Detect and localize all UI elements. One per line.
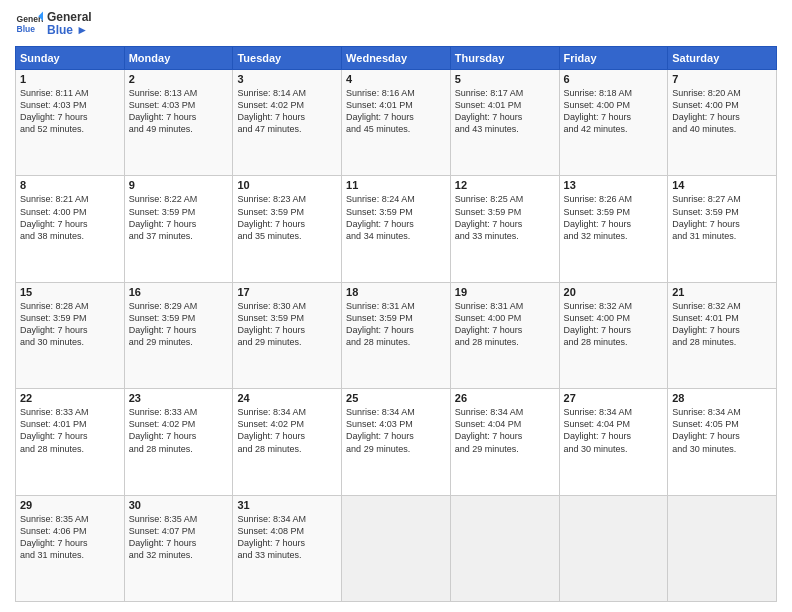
day-number: 31 (237, 499, 337, 511)
day-number: 2 (129, 73, 229, 85)
cell-info: Sunrise: 8:34 AMSunset: 4:05 PMDaylight:… (672, 406, 772, 455)
calendar-cell: 19Sunrise: 8:31 AMSunset: 4:00 PMDayligh… (450, 282, 559, 388)
day-number: 14 (672, 179, 772, 191)
day-number: 7 (672, 73, 772, 85)
day-number: 6 (564, 73, 664, 85)
day-number: 13 (564, 179, 664, 191)
cell-info: Sunrise: 8:34 AMSunset: 4:04 PMDaylight:… (455, 406, 555, 455)
cell-info: Sunrise: 8:32 AMSunset: 4:00 PMDaylight:… (564, 300, 664, 349)
calendar-cell: 29Sunrise: 8:35 AMSunset: 4:06 PMDayligh… (16, 495, 125, 601)
cell-info: Sunrise: 8:33 AMSunset: 4:01 PMDaylight:… (20, 406, 120, 455)
cell-info: Sunrise: 8:27 AMSunset: 3:59 PMDaylight:… (672, 193, 772, 242)
calendar-cell: 22Sunrise: 8:33 AMSunset: 4:01 PMDayligh… (16, 389, 125, 495)
calendar-cell: 23Sunrise: 8:33 AMSunset: 4:02 PMDayligh… (124, 389, 233, 495)
logo-blue: Blue ► (47, 24, 92, 37)
cell-info: Sunrise: 8:33 AMSunset: 4:02 PMDaylight:… (129, 406, 229, 455)
day-number: 20 (564, 286, 664, 298)
weekday-header-sunday: Sunday (16, 47, 125, 70)
calendar-cell: 31Sunrise: 8:34 AMSunset: 4:08 PMDayligh… (233, 495, 342, 601)
cell-info: Sunrise: 8:32 AMSunset: 4:01 PMDaylight:… (672, 300, 772, 349)
cell-info: Sunrise: 8:26 AMSunset: 3:59 PMDaylight:… (564, 193, 664, 242)
calendar-table: SundayMondayTuesdayWednesdayThursdayFrid… (15, 46, 777, 602)
svg-text:Blue: Blue (17, 24, 36, 34)
calendar-week-1: 1Sunrise: 8:11 AMSunset: 4:03 PMDaylight… (16, 70, 777, 176)
calendar-week-3: 15Sunrise: 8:28 AMSunset: 3:59 PMDayligh… (16, 282, 777, 388)
day-number: 11 (346, 179, 446, 191)
weekday-row: SundayMondayTuesdayWednesdayThursdayFrid… (16, 47, 777, 70)
cell-info: Sunrise: 8:16 AMSunset: 4:01 PMDaylight:… (346, 87, 446, 136)
calendar-cell: 11Sunrise: 8:24 AMSunset: 3:59 PMDayligh… (342, 176, 451, 282)
header: General Blue General Blue ► (15, 10, 777, 38)
calendar-cell: 24Sunrise: 8:34 AMSunset: 4:02 PMDayligh… (233, 389, 342, 495)
day-number: 23 (129, 392, 229, 404)
weekday-header-wednesday: Wednesday (342, 47, 451, 70)
calendar-cell: 18Sunrise: 8:31 AMSunset: 3:59 PMDayligh… (342, 282, 451, 388)
day-number: 9 (129, 179, 229, 191)
calendar-week-4: 22Sunrise: 8:33 AMSunset: 4:01 PMDayligh… (16, 389, 777, 495)
day-number: 28 (672, 392, 772, 404)
cell-info: Sunrise: 8:35 AMSunset: 4:07 PMDaylight:… (129, 513, 229, 562)
cell-info: Sunrise: 8:21 AMSunset: 4:00 PMDaylight:… (20, 193, 120, 242)
calendar-cell: 12Sunrise: 8:25 AMSunset: 3:59 PMDayligh… (450, 176, 559, 282)
calendar-cell: 4Sunrise: 8:16 AMSunset: 4:01 PMDaylight… (342, 70, 451, 176)
calendar-header: SundayMondayTuesdayWednesdayThursdayFrid… (16, 47, 777, 70)
day-number: 1 (20, 73, 120, 85)
day-number: 10 (237, 179, 337, 191)
cell-info: Sunrise: 8:25 AMSunset: 3:59 PMDaylight:… (455, 193, 555, 242)
calendar-cell: 1Sunrise: 8:11 AMSunset: 4:03 PMDaylight… (16, 70, 125, 176)
logo: General Blue General Blue ► (15, 10, 92, 38)
cell-info: Sunrise: 8:14 AMSunset: 4:02 PMDaylight:… (237, 87, 337, 136)
calendar-cell: 30Sunrise: 8:35 AMSunset: 4:07 PMDayligh… (124, 495, 233, 601)
cell-info: Sunrise: 8:18 AMSunset: 4:00 PMDaylight:… (564, 87, 664, 136)
cell-info: Sunrise: 8:34 AMSunset: 4:02 PMDaylight:… (237, 406, 337, 455)
day-number: 21 (672, 286, 772, 298)
calendar-cell: 17Sunrise: 8:30 AMSunset: 3:59 PMDayligh… (233, 282, 342, 388)
calendar-cell: 26Sunrise: 8:34 AMSunset: 4:04 PMDayligh… (450, 389, 559, 495)
cell-info: Sunrise: 8:34 AMSunset: 4:08 PMDaylight:… (237, 513, 337, 562)
day-number: 12 (455, 179, 555, 191)
day-number: 15 (20, 286, 120, 298)
calendar-cell: 6Sunrise: 8:18 AMSunset: 4:00 PMDaylight… (559, 70, 668, 176)
day-number: 29 (20, 499, 120, 511)
day-number: 22 (20, 392, 120, 404)
cell-info: Sunrise: 8:13 AMSunset: 4:03 PMDaylight:… (129, 87, 229, 136)
calendar-body: 1Sunrise: 8:11 AMSunset: 4:03 PMDaylight… (16, 70, 777, 602)
day-number: 24 (237, 392, 337, 404)
calendar-cell: 2Sunrise: 8:13 AMSunset: 4:03 PMDaylight… (124, 70, 233, 176)
day-number: 17 (237, 286, 337, 298)
cell-info: Sunrise: 8:28 AMSunset: 3:59 PMDaylight:… (20, 300, 120, 349)
calendar-cell: 8Sunrise: 8:21 AMSunset: 4:00 PMDaylight… (16, 176, 125, 282)
day-number: 4 (346, 73, 446, 85)
day-number: 30 (129, 499, 229, 511)
day-number: 18 (346, 286, 446, 298)
weekday-header-friday: Friday (559, 47, 668, 70)
day-number: 5 (455, 73, 555, 85)
calendar-cell: 21Sunrise: 8:32 AMSunset: 4:01 PMDayligh… (668, 282, 777, 388)
logo-icon: General Blue (15, 10, 43, 38)
calendar-week-5: 29Sunrise: 8:35 AMSunset: 4:06 PMDayligh… (16, 495, 777, 601)
calendar-cell: 9Sunrise: 8:22 AMSunset: 3:59 PMDaylight… (124, 176, 233, 282)
weekday-header-tuesday: Tuesday (233, 47, 342, 70)
calendar-cell: 15Sunrise: 8:28 AMSunset: 3:59 PMDayligh… (16, 282, 125, 388)
calendar-cell: 10Sunrise: 8:23 AMSunset: 3:59 PMDayligh… (233, 176, 342, 282)
calendar-cell: 16Sunrise: 8:29 AMSunset: 3:59 PMDayligh… (124, 282, 233, 388)
day-number: 25 (346, 392, 446, 404)
day-number: 16 (129, 286, 229, 298)
cell-info: Sunrise: 8:34 AMSunset: 4:03 PMDaylight:… (346, 406, 446, 455)
cell-info: Sunrise: 8:35 AMSunset: 4:06 PMDaylight:… (20, 513, 120, 562)
calendar-cell: 7Sunrise: 8:20 AMSunset: 4:00 PMDaylight… (668, 70, 777, 176)
calendar-cell: 27Sunrise: 8:34 AMSunset: 4:04 PMDayligh… (559, 389, 668, 495)
cell-info: Sunrise: 8:23 AMSunset: 3:59 PMDaylight:… (237, 193, 337, 242)
calendar-cell: 14Sunrise: 8:27 AMSunset: 3:59 PMDayligh… (668, 176, 777, 282)
calendar-cell (668, 495, 777, 601)
cell-info: Sunrise: 8:34 AMSunset: 4:04 PMDaylight:… (564, 406, 664, 455)
day-number: 3 (237, 73, 337, 85)
cell-info: Sunrise: 8:31 AMSunset: 3:59 PMDaylight:… (346, 300, 446, 349)
cell-info: Sunrise: 8:20 AMSunset: 4:00 PMDaylight:… (672, 87, 772, 136)
calendar-cell (559, 495, 668, 601)
weekday-header-thursday: Thursday (450, 47, 559, 70)
cell-info: Sunrise: 8:11 AMSunset: 4:03 PMDaylight:… (20, 87, 120, 136)
calendar-cell (342, 495, 451, 601)
weekday-header-saturday: Saturday (668, 47, 777, 70)
calendar-cell: 3Sunrise: 8:14 AMSunset: 4:02 PMDaylight… (233, 70, 342, 176)
